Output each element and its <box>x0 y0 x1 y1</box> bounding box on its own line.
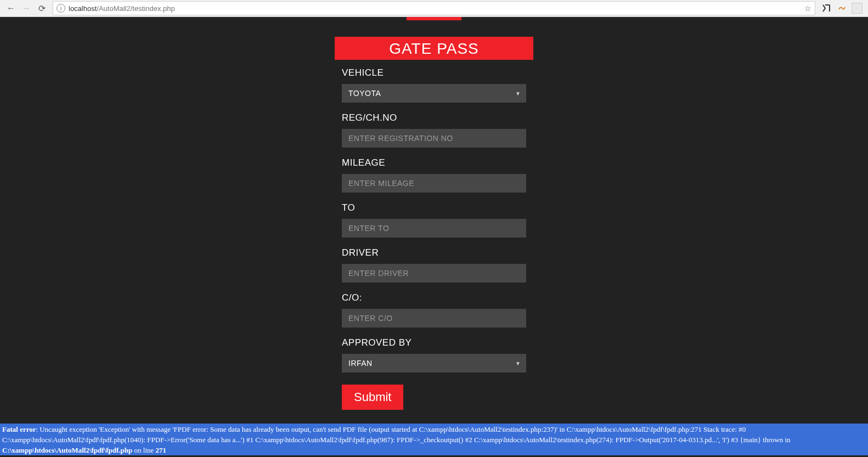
url-host: localhost <box>69 4 97 13</box>
error-line: 271 <box>156 446 167 454</box>
field-driver: Driver <box>335 247 533 283</box>
to-label: To <box>342 202 526 213</box>
forward-button[interactable]: → <box>19 1 34 16</box>
error-online: on line <box>132 446 155 454</box>
error-file: C:\xampp\htdocs\AutoMall2\fpdf\fpdf.php <box>2 446 132 454</box>
to-input[interactable] <box>342 219 526 238</box>
gate-pass-form: Gate Pass Vehicle Toyota ▼ Reg/Ch.No Mil… <box>335 37 533 410</box>
field-vehicle: Vehicle Toyota ▼ <box>335 67 533 103</box>
mileage-label: Mileage <box>342 157 526 168</box>
driver-input[interactable] <box>342 264 526 283</box>
submit-button[interactable]: Submit <box>342 385 403 410</box>
url-bar[interactable]: i localhost/AutoMall2/testindex.php ☆ <box>53 1 815 15</box>
extension-icon-2[interactable] <box>836 3 847 14</box>
vehicle-label: Vehicle <box>342 67 526 78</box>
driver-label: Driver <box>342 247 526 258</box>
info-icon[interactable]: i <box>57 4 65 13</box>
extension-icon-3[interactable] <box>852 3 863 14</box>
approved-select[interactable]: Irfan <box>342 354 526 373</box>
vehicle-select[interactable]: Toyota <box>342 84 526 103</box>
url-path: /AutoMall2/testindex.php <box>97 4 174 13</box>
back-button[interactable]: ← <box>3 1 19 16</box>
field-co: C/O: <box>335 292 533 328</box>
bookmark-star-icon[interactable]: ☆ <box>804 4 811 13</box>
browser-toolbar: ← → ⟳ i localhost/AutoMall2/testindex.ph… <box>0 0 868 17</box>
form-title: Gate Pass <box>335 37 533 60</box>
co-label: C/O: <box>342 292 526 303</box>
extension-icon-1[interactable] <box>821 3 832 14</box>
co-input[interactable] <box>342 309 526 328</box>
page-content: Gate Pass Vehicle Toyota ▼ Reg/Ch.No Mil… <box>0 17 868 434</box>
error-prefix: Fatal error <box>2 425 36 433</box>
field-mileage: Mileage <box>335 157 533 193</box>
field-reg: Reg/Ch.No <box>335 112 533 148</box>
reg-label: Reg/Ch.No <box>342 112 526 123</box>
php-error-block: Fatal error: Uncaught exception 'Excepti… <box>0 424 868 457</box>
error-body-1: : Uncaught exception 'Exception' with me… <box>2 425 791 444</box>
reload-button[interactable]: ⟳ <box>34 1 49 16</box>
reg-input[interactable] <box>342 129 526 148</box>
mileage-input[interactable] <box>342 174 526 193</box>
field-to: To <box>335 202 533 238</box>
approved-label: Approved By <box>342 337 526 348</box>
field-approved: Approved By Irfan ▼ <box>335 337 533 373</box>
logo-remnant <box>407 17 461 20</box>
